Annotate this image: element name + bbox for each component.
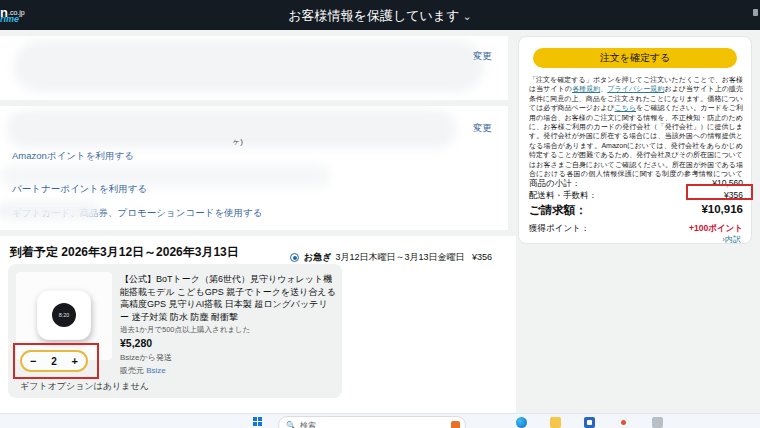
payment-text-fragment: ヶ): [232, 136, 243, 147]
purchase-count-note: 過去1か月で500点以上購入されました: [120, 325, 336, 335]
order-summary-panel: 注文を確定する 「注文を確定する」ボタンを押してご注文いただくことで、お客様は当…: [518, 36, 752, 244]
product-box: 8:20 【公式】BoTトーク（第6世代）見守りウォレット機能搭載モデル こども…: [8, 264, 342, 398]
points-label: 獲得ポイント：: [529, 223, 589, 235]
edge-browser-icon[interactable]: [516, 417, 527, 428]
gps-device-image: 8:20: [37, 290, 91, 340]
shipping-dates-label: 3月12日木曜日～3月13日金曜日: [335, 251, 464, 264]
legal-text: 「注文を確定する」ボタンを押してご注文いただくことで、お客様は当サイトの各種規約…: [529, 75, 743, 177]
device-screen: 8:20: [52, 303, 76, 327]
product-title[interactable]: 【公式】BoTトーク（第6世代）見守りウォレット機能搭載モデル こどもGPS 親…: [120, 273, 336, 323]
chevron-down-icon[interactable]: ⌄: [462, 10, 471, 22]
file-explorer-icon[interactable]: [550, 417, 561, 428]
total-row: ご請求額： ¥10,916: [529, 203, 743, 218]
product-price: ¥5,280: [120, 337, 336, 349]
seller-link[interactable]: Bsize: [146, 366, 166, 375]
partner-points-link[interactable]: パートナーポイントを利用する: [12, 183, 147, 196]
secure-checkout-title[interactable]: お客様情報を保護しています⌄: [0, 7, 760, 25]
settings-app-icon[interactable]: [652, 417, 663, 428]
browser-app-icon[interactable]: [618, 417, 629, 428]
privacy-link[interactable]: プライバシー規約: [607, 85, 664, 92]
total-value: ¥10,916: [701, 203, 743, 218]
price-info-link[interactable]: こちら: [615, 104, 637, 111]
points-detail-link[interactable]: ›内訳: [722, 234, 741, 245]
total-label: ご請求額：: [529, 203, 587, 218]
shipping-radio-selected[interactable]: [290, 253, 299, 262]
redacted-address-blob: [14, 40, 484, 92]
checkout-page: n.co.jp rime お客様情報を保護しています⌄ 変更 変更 ヶ) Ama…: [0, 0, 760, 428]
shipping-speed-label: お急ぎ: [304, 251, 331, 264]
search-icon: 🔍: [286, 421, 296, 428]
change-address-link[interactable]: 変更: [473, 50, 492, 63]
shipping-fee-label: 配送料・手数料：: [529, 190, 597, 202]
product-info: 【公式】BoTトーク（第6世代）見守りウォレット機能搭載モデル こどもGPS 親…: [120, 273, 336, 376]
change-payment-link[interactable]: 変更: [473, 122, 492, 135]
payment-method-section: 変更 ヶ) Amazonポイントを利用する パートナーポイントを利用する ギフト…: [0, 106, 508, 230]
annotation-box-shipping-fee: [686, 184, 753, 200]
cart-icon[interactable]: [753, 9, 758, 16]
ships-from-label: Bsizeから発送: [120, 352, 336, 363]
subtotal-label: 商品の小計：: [529, 178, 580, 190]
shipping-address-section: 変更: [0, 36, 508, 100]
gift-option-note: ギフトオプションはありません: [20, 380, 149, 393]
top-nav-bar: n.co.jp rime お客様情報を保護しています⌄: [0, 0, 760, 30]
redacted-giftcode-blob: [0, 202, 100, 220]
shipping-price: ¥356: [472, 252, 492, 262]
arrival-date-heading: 到着予定 2026年3月12日～2026年3月13日: [10, 244, 239, 261]
sold-by-label: 販売元: [120, 366, 144, 375]
search-highlight-icon: [451, 421, 460, 428]
amazon-points-link[interactable]: Amazonポイントを利用する: [12, 150, 134, 163]
secure-checkout-label: お客様情報を保護しています: [288, 8, 459, 23]
terms-link[interactable]: 各種規約: [572, 85, 600, 92]
search-label: 検索: [300, 420, 316, 428]
sold-by-row: 販売元 Bsize: [120, 365, 336, 376]
delivery-section: 到着予定 2026年3月12日～2026年3月13日 お急ぎ 3月12日木曜日～…: [0, 236, 516, 413]
teams-app-icon[interactable]: [584, 417, 595, 428]
points-row: 獲得ポイント： +100ポイント: [529, 223, 743, 235]
legal-seg: をご確認ください。カードをご利用の場合、お客様のご注文に関する情報を、不正検知・…: [529, 104, 743, 177]
windows-start-button[interactable]: [253, 417, 262, 426]
annotation-box-quantity: [13, 343, 99, 379]
shipping-option-row[interactable]: お急ぎ 3月12日木曜日～3月13日金曜日: [290, 251, 464, 264]
windows-taskbar: 🔍 検索: [0, 413, 760, 428]
taskbar-search-input[interactable]: 🔍 検索: [278, 416, 466, 428]
confirm-order-button[interactable]: 注文を確定する: [533, 48, 737, 68]
redacted-payment-blob: [6, 110, 456, 148]
